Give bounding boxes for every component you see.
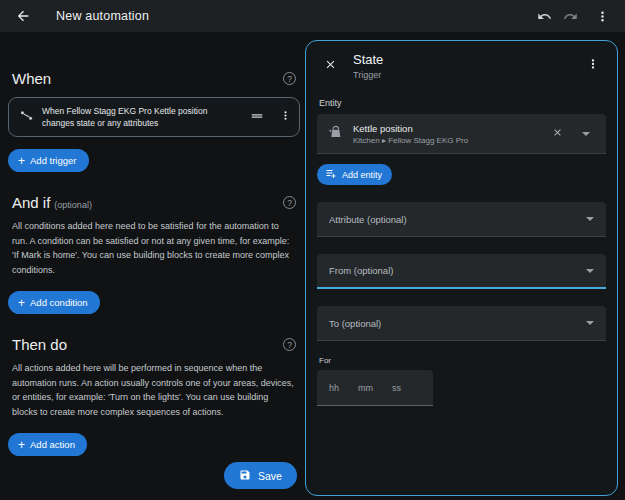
add-entity-button[interactable]: Add entity [317,164,392,185]
to-select[interactable]: To (optional) [317,306,606,341]
duration-input[interactable]: hh mm ss [317,370,433,406]
when-help-icon[interactable]: ? [283,72,296,85]
kebab-menu-icon [595,9,610,24]
app-bar: New automation [0,0,625,32]
entity-label: Entity [319,98,604,108]
chevron-down-icon [586,321,594,325]
state-trigger-panel: State Trigger Entity Kettle position Kit… [305,40,618,496]
kebab-menu-icon [586,57,600,71]
close-button[interactable] [317,51,343,77]
panel-menu-button[interactable] [580,51,606,77]
automation-sections: When ? When Fellow Stagg EKG Pro Kettle … [8,32,300,456]
undo-icon [537,9,552,24]
trigger-menu-button[interactable] [275,107,295,127]
actions-description: All actions added here will be performed… [12,361,296,419]
playlist-plus-icon [325,168,337,182]
overflow-menu-button[interactable] [589,3,615,29]
add-trigger-button[interactable]: + Add trigger [8,149,89,172]
seconds-field[interactable]: ss [392,383,401,393]
plus-icon: + [18,155,25,167]
close-icon [324,58,337,71]
panel-subtitle: Trigger [353,70,580,80]
save-button[interactable]: Save [224,462,297,489]
page-title: New automation [56,9,149,23]
kebab-menu-icon [279,109,292,125]
minutes-field[interactable]: mm [358,383,373,393]
save-icon [239,469,251,483]
add-entity-label: Add entity [342,170,382,180]
chevron-down-icon [586,217,594,221]
plus-icon: + [18,297,25,309]
to-select-label: To (optional) [329,318,381,329]
chevron-down-icon [586,269,594,273]
panel-title: State [353,52,580,67]
optional-label: (optional) [54,200,92,210]
redo-icon [563,9,578,24]
from-select-label: From (optional) [329,265,393,276]
add-trigger-label: Add trigger [30,155,76,166]
add-condition-label: Add condition [30,297,88,308]
entity-name: Kettle position [353,123,538,134]
panel-titles: State Trigger [353,51,580,80]
clear-icon [552,126,563,141]
when-heading: When [12,70,51,87]
attribute-select-label: Attribute (optional) [329,214,407,225]
and-if-help-icon[interactable]: ? [283,196,296,209]
for-label: For [319,356,604,365]
and-if-heading: And if(optional) [12,194,92,211]
entity-clear-button[interactable] [547,124,567,144]
entity-dropdown-button[interactable] [576,124,596,144]
trigger-drag-handle[interactable] [247,107,267,127]
conditions-description: All conditions added here need to be sat… [12,219,296,277]
then-do-heading: Then do [12,336,67,353]
add-action-button[interactable]: + Add action [8,433,87,456]
plus-icon: + [18,439,25,451]
trigger-card[interactable]: When Fellow Stagg EKG Pro Kettle positio… [8,97,300,137]
automation-editor: When ? When Fellow Stagg EKG Pro Kettle … [0,32,625,500]
redo-button[interactable] [557,3,583,29]
trigger-summary: When Fellow Stagg EKG Pro Kettle positio… [42,105,239,129]
and-if-section-header: And if(optional) ? [8,194,300,211]
drag-handle-icon [250,109,264,126]
entity-picker[interactable]: Kettle position Kitchen ▸ Fellow Stagg E… [317,114,606,154]
add-action-label: Add action [30,439,75,450]
add-condition-button[interactable]: + Add condition [8,291,100,314]
state-trigger-icon [19,108,34,127]
save-label: Save [258,470,282,482]
then-do-section-header: Then do ? [8,336,300,353]
from-select[interactable]: From (optional) [317,254,606,289]
when-section-header: When ? [8,70,300,87]
undo-button[interactable] [531,3,557,29]
then-do-help-icon[interactable]: ? [283,338,296,351]
attribute-select[interactable]: Attribute (optional) [317,202,606,237]
kettle-icon [327,123,344,144]
chevron-down-icon [582,132,590,136]
panel-header: State Trigger [317,51,606,80]
hours-field[interactable]: hh [329,383,339,393]
entity-texts: Kettle position Kitchen ▸ Fellow Stagg E… [353,123,538,145]
back-arrow-icon [15,8,31,24]
entity-breadcrumb: Kitchen ▸ Fellow Stagg EKG Pro [353,136,538,145]
back-button[interactable] [10,3,36,29]
